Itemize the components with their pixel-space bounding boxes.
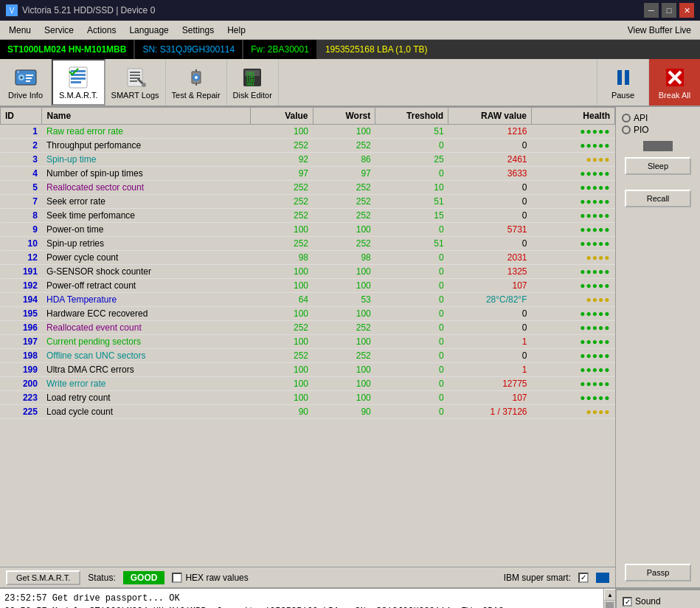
right-sidebar: API PIO Sleep Recall Passp bbox=[615, 107, 700, 587]
menu-item-help[interactable]: Help bbox=[221, 24, 252, 37]
col-header-threshold: Treshold bbox=[375, 108, 448, 125]
log-time: 23:52:57 bbox=[4, 593, 47, 604]
cell-health: ●●●●● bbox=[532, 377, 615, 391]
cell-threshold: 0 bbox=[375, 349, 448, 363]
cell-worst: 97 bbox=[313, 167, 375, 181]
table-row: 3 Spin-up time 92 86 25 2461 ●●●● bbox=[1, 153, 615, 167]
cell-id: 225 bbox=[1, 405, 42, 419]
pause-button[interactable]: Pause bbox=[597, 59, 648, 106]
menu-item-actions[interactable]: Actions bbox=[81, 24, 122, 37]
cell-name: Reallocated event count bbox=[42, 321, 250, 335]
cell-health: ●●●●● bbox=[532, 125, 615, 139]
table-scroll[interactable]: ID Name Value Worst Treshold RAW value H… bbox=[0, 107, 615, 567]
menu-item-language[interactable]: Language bbox=[123, 24, 174, 37]
statusbar: Get S.M.A.R.T. Status: GOOD HEX raw valu… bbox=[0, 567, 615, 587]
cell-worst: 252 bbox=[313, 209, 375, 223]
device-model: ST1000LM024 HN-M101MBB bbox=[0, 40, 135, 59]
table-row: 200 Write error rate 100 100 0 12775 ●●●… bbox=[1, 377, 615, 391]
menu-item-view-buffer[interactable]: View Buffer Live bbox=[622, 24, 697, 37]
menu-item-settings[interactable]: Settings bbox=[176, 24, 220, 37]
cell-name: G-SENSOR shock counter bbox=[42, 265, 250, 279]
device-info-bar: ST1000LM024 HN-M101MBB SN: S31QJ9GH30011… bbox=[0, 40, 700, 59]
cell-raw: 0 bbox=[448, 195, 532, 209]
cell-name: Load cycle count bbox=[42, 405, 250, 419]
menubar: Menu Service Actions Language Settings H… bbox=[0, 21, 700, 40]
cell-name: Raw read error rate bbox=[42, 125, 250, 139]
ibm-color-box bbox=[596, 573, 609, 583]
cell-value: 64 bbox=[250, 293, 313, 307]
radio-api-circle bbox=[622, 114, 631, 122]
maximize-button[interactable]: □ bbox=[662, 3, 676, 18]
cell-name: Power cycle count bbox=[42, 251, 250, 265]
radio-api[interactable]: API bbox=[622, 113, 694, 123]
cell-name: Write error rate bbox=[42, 377, 250, 391]
close-button[interactable]: ✕ bbox=[679, 3, 694, 18]
cell-health: ●●●●● bbox=[532, 321, 615, 335]
ibm-checkbox[interactable]: ✓ bbox=[578, 573, 589, 583]
radio-api-label: API bbox=[634, 113, 648, 123]
cell-id: 197 bbox=[1, 335, 42, 349]
smart-content: ID Name Value Worst Treshold RAW value H… bbox=[0, 107, 615, 587]
cell-health: ●●●●● bbox=[532, 349, 615, 363]
svg-rect-14 bbox=[130, 75, 140, 76]
cell-value: 252 bbox=[250, 321, 313, 335]
table-row: 1 Raw read error rate 100 100 51 1216 ●●… bbox=[1, 125, 615, 139]
svg-rect-13 bbox=[130, 72, 140, 73]
break-all-button[interactable]: Break All bbox=[648, 59, 700, 106]
cell-raw: 0 bbox=[448, 181, 532, 195]
cell-health: ●●●●● bbox=[532, 265, 615, 279]
cell-name: Current pending sectors bbox=[42, 335, 250, 349]
smart-logs-button[interactable]: SMART Logs bbox=[105, 59, 166, 106]
cell-raw: 0 bbox=[448, 209, 532, 223]
cell-threshold: 0 bbox=[375, 251, 448, 265]
passp-button[interactable]: Passp bbox=[625, 564, 691, 581]
smart-icon bbox=[66, 66, 90, 89]
recall-button[interactable]: Recall bbox=[625, 190, 691, 207]
sound-check[interactable]: ✓ Sound bbox=[623, 596, 694, 607]
col-header-name: Name bbox=[42, 108, 250, 125]
svg-point-2 bbox=[20, 76, 22, 78]
disk-editor-button[interactable]: 0101 1100 1100 0001 Disk Editor bbox=[227, 59, 279, 106]
cell-name: Number of spin-up times bbox=[42, 167, 250, 181]
sleep-button[interactable]: Sleep bbox=[625, 157, 691, 175]
test-repair-button[interactable]: Test & Repair bbox=[166, 59, 227, 106]
cell-name: Ultra DMA CRC errors bbox=[42, 363, 250, 377]
menu-item-service[interactable]: Service bbox=[38, 24, 80, 37]
smart-table: ID Name Value Worst Treshold RAW value H… bbox=[0, 107, 615, 419]
log-scroll-thumb bbox=[606, 602, 614, 608]
cell-value: 252 bbox=[250, 209, 313, 223]
svg-rect-11 bbox=[71, 81, 81, 83]
device-lba: 1953525168 LBA (1,0 TB) bbox=[318, 40, 700, 59]
sound-checkbox[interactable]: ✓ bbox=[623, 597, 632, 607]
get-smart-button[interactable]: Get S.M.A.R.T. bbox=[6, 570, 80, 585]
cell-worst: 100 bbox=[313, 377, 375, 391]
minimize-button[interactable]: ─ bbox=[644, 3, 659, 18]
cell-raw: 1 bbox=[448, 335, 532, 349]
cell-id: 3 bbox=[1, 153, 42, 167]
cell-name: Seek time perfomance bbox=[42, 209, 250, 223]
bottom-area: 23:52:57 Get drive passport... OK23:52:5… bbox=[0, 587, 700, 608]
hex-checkbox[interactable] bbox=[172, 573, 182, 583]
table-row: 196 Reallocated event count 252 252 0 0 … bbox=[1, 321, 615, 335]
toolbar: i Drive Info S.M.A.R.T. SMART Logs bbox=[0, 59, 700, 107]
svg-point-17 bbox=[142, 83, 146, 87]
cell-worst: 100 bbox=[313, 335, 375, 349]
cell-threshold: 0 bbox=[375, 307, 448, 321]
cell-health: ●●●● bbox=[532, 405, 615, 419]
smart-button[interactable]: S.M.A.R.T. bbox=[52, 59, 105, 106]
table-row: 8 Seek time perfomance 252 252 15 0 ●●●●… bbox=[1, 209, 615, 223]
drive-info-button[interactable]: i Drive Info bbox=[0, 59, 52, 106]
log-scroll-up[interactable]: ▲ bbox=[604, 589, 615, 601]
sound-label: Sound bbox=[635, 596, 661, 607]
table-row: 2 Throughput perfomance 252 252 0 0 ●●●●… bbox=[1, 139, 615, 153]
table-row: 199 Ultra DMA CRC errors 100 100 0 1 ●●●… bbox=[1, 363, 615, 377]
radio-pio[interactable]: PIO bbox=[622, 125, 694, 135]
cell-health: ●●●●● bbox=[532, 167, 615, 181]
cell-worst: 100 bbox=[313, 125, 375, 139]
menu-item-menu[interactable]: Menu bbox=[3, 24, 37, 37]
cell-health: ●●●● bbox=[532, 293, 615, 307]
cell-health: ●●●●● bbox=[532, 279, 615, 293]
cell-threshold: 0 bbox=[375, 405, 448, 419]
cell-raw: 2031 bbox=[448, 251, 532, 265]
log-content: 23:52:57 Get drive passport... OK23:52:5… bbox=[0, 589, 603, 608]
